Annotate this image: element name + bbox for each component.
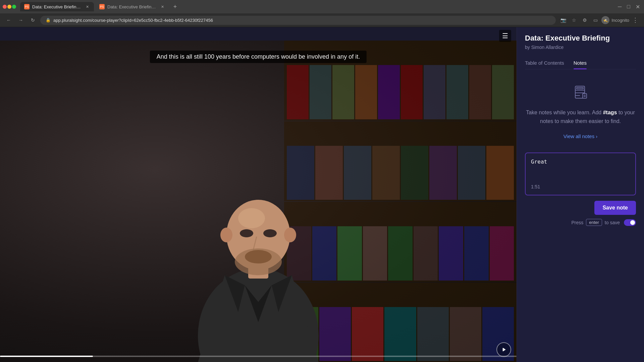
tab-notes[interactable]: Notes — [574, 57, 587, 69]
forward-button[interactable]: → — [16, 15, 25, 25]
video-scene: And this is all still 100 years before c… — [0, 41, 517, 362]
tab-close-1[interactable]: ✕ — [85, 4, 90, 9]
sidebar-tabs: Table of Contents Notes — [525, 57, 636, 69]
tab-label-1: Data: Executive Briefing | Pluralsi... — [32, 4, 82, 9]
hashtags-emphasis: #tags — [603, 110, 617, 115]
play-overlay-button[interactable] — [496, 342, 511, 357]
view-all-notes-link[interactable]: View all notes › — [564, 133, 597, 139]
tab-label-2: Data: Executive Briefing | Pluralsi... — [107, 4, 157, 9]
view-all-notes-label: View all notes — [564, 133, 594, 139]
incognito-badge: 🕵 Incognito — [601, 16, 629, 24]
tab-table-of-contents[interactable]: Table of Contents — [525, 57, 564, 69]
add-tab-button[interactable]: + — [170, 2, 180, 11]
video-area: ☰ — [0, 27, 517, 362]
note-input-area[interactable]: Great 1:51 — [525, 153, 636, 195]
nav-actions: 📷 ☆ ⚙ ▭ 🕵 Incognito ⋮ — [558, 15, 640, 25]
video-progress-area[interactable] — [0, 356, 517, 362]
browser-menu-button[interactable]: ⋮ — [631, 15, 640, 25]
progress-fill — [0, 356, 93, 357]
minimize-button[interactable]: ─ — [616, 2, 623, 11]
svg-point-8 — [263, 229, 277, 237]
svg-rect-11 — [577, 87, 583, 89]
menu-icon: ☰ — [502, 33, 508, 39]
notes-icon — [571, 83, 590, 102]
lock-icon: 🔒 — [46, 18, 51, 22]
extensions-icon[interactable]: ⚙ — [580, 15, 589, 25]
svg-point-6 — [284, 228, 296, 242]
browser-chrome: PS Data: Executive Briefing | Pluralsi..… — [0, 0, 644, 27]
refresh-button[interactable]: ↻ — [28, 15, 38, 25]
url-text: app.pluralsight.com/course-player?clipId… — [53, 18, 213, 23]
browser-nav-bar: ← → ↻ 🔒 app.pluralsight.com/course-playe… — [0, 13, 644, 27]
svg-point-9 — [245, 250, 272, 263]
tab-favicon-2: PS — [99, 4, 105, 9]
play-icon — [500, 346, 507, 353]
browser-tab-2[interactable]: PS Data: Executive Briefing | Pluralsi..… — [95, 2, 169, 11]
progress-bar[interactable] — [0, 356, 517, 357]
enter-save-toggle[interactable] — [624, 219, 636, 226]
incognito-avatar: 🕵 — [601, 16, 609, 24]
video-container[interactable]: And this is all still 100 years before c… — [0, 41, 517, 362]
note-input[interactable]: Great — [531, 159, 630, 179]
camera-icon: 📷 — [558, 15, 568, 25]
browser-tab-1[interactable]: PS Data: Executive Briefing | Pluralsi..… — [20, 2, 94, 11]
bookmark-icon[interactable]: ☆ — [569, 15, 579, 25]
maximize-button[interactable]: □ — [626, 2, 632, 11]
menu-toggle-button[interactable]: ☰ — [499, 30, 511, 42]
tab-close-2[interactable]: ✕ — [160, 4, 165, 9]
close-window-button[interactable]: ✕ — [634, 2, 641, 11]
svg-rect-15 — [583, 94, 587, 98]
svg-point-3 — [238, 208, 265, 228]
view-all-notes-arrow: › — [596, 133, 597, 139]
address-bar[interactable]: 🔒 app.pluralsight.com/course-player?clip… — [40, 16, 556, 25]
enter-key-badge: enter — [586, 219, 602, 226]
browser-title-bar: PS Data: Executive Briefing | Pluralsi..… — [0, 0, 644, 13]
sidebar-header: Data: Executive Briefing by Simon Allard… — [517, 27, 644, 69]
sidebar-body: Take notes while you learn. Add #tags to… — [517, 69, 644, 362]
sidebar-toggle-icon[interactable]: ▭ — [591, 15, 600, 25]
back-button[interactable]: ← — [4, 15, 13, 25]
to-save-label: to save — [605, 220, 620, 225]
video-caption: And this is all still 100 years before c… — [150, 51, 367, 63]
tab-favicon-1: PS — [24, 4, 30, 9]
notes-svg-icon — [573, 85, 588, 100]
course-author: by Simon Allardice — [525, 45, 636, 50]
note-timestamp: 1:51 — [531, 184, 630, 189]
svg-point-5 — [220, 228, 232, 242]
incognito-label: Incognito — [611, 18, 629, 23]
enter-to-save-row: Press enter to save — [525, 219, 636, 226]
top-bar — [0, 27, 517, 41]
press-label: Press — [571, 220, 583, 225]
person-figure — [158, 161, 359, 362]
save-note-button[interactable]: Save note — [594, 201, 636, 215]
right-sidebar: Data: Executive Briefing by Simon Allard… — [517, 27, 644, 362]
svg-point-7 — [240, 229, 253, 237]
main-content: ☰ — [0, 27, 644, 362]
course-title: Data: Executive Briefing — [525, 34, 636, 43]
notes-description: Take notes while you learn. Add #tags to… — [525, 108, 636, 125]
